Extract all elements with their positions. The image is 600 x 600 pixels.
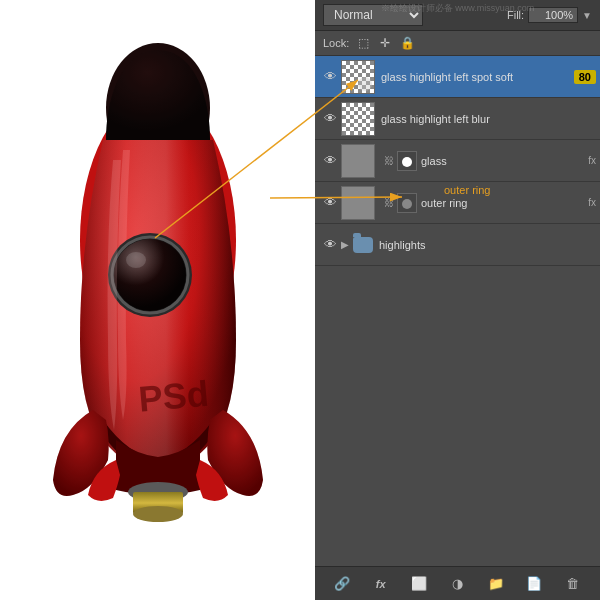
- blend-bar: Normal Fill: ▼: [315, 0, 600, 31]
- layer-row[interactable]: 👁 ⛓ outer ring fx: [315, 182, 600, 224]
- link-icon[interactable]: 🔗: [332, 574, 352, 594]
- layer-thumbnail: [341, 144, 375, 178]
- layer-row[interactable]: 👁 glass highlight left blur: [315, 98, 600, 140]
- layer-mask-thumbnail: [397, 151, 417, 171]
- bottom-toolbar: 🔗 fx ⬜ ◑ 📁 📄 🗑: [315, 566, 600, 600]
- fx-badge: fx: [588, 155, 596, 166]
- canvas-area: PSd: [0, 0, 315, 600]
- svg-point-10: [133, 506, 183, 522]
- eye-icon[interactable]: 👁: [319, 192, 341, 214]
- layer-name: glass highlight left spot soft: [381, 71, 570, 83]
- svg-point-7: [126, 252, 146, 268]
- layer-name: outer ring: [421, 197, 584, 209]
- layers-panel: Normal Fill: ▼ Lock: ⬚ ✛ 🔒 👁 glass highl…: [315, 0, 600, 600]
- layer-row[interactable]: 👁 ▶ highlights: [315, 224, 600, 266]
- trash-icon[interactable]: 🗑: [563, 574, 583, 594]
- lock-bar: Lock: ⬚ ✛ 🔒: [315, 31, 600, 56]
- fill-label: Fill:: [507, 9, 524, 21]
- mask-icon[interactable]: ⬜: [409, 574, 429, 594]
- adjustment-icon[interactable]: ◑: [447, 574, 467, 594]
- new-folder-icon[interactable]: 📁: [486, 574, 506, 594]
- layer-thumbnail: [341, 186, 375, 220]
- chain-icon[interactable]: ⛓: [381, 153, 397, 169]
- fx-icon[interactable]: fx: [371, 574, 391, 594]
- folder-arrow[interactable]: ▶: [341, 239, 349, 250]
- layer-thumbnail: [341, 102, 375, 136]
- layer-name: glass highlight left blur: [381, 113, 596, 125]
- eye-icon[interactable]: 👁: [319, 150, 341, 172]
- blend-mode-select[interactable]: Normal: [323, 4, 423, 26]
- layer-name: highlights: [379, 239, 596, 251]
- layer-mask-thumbnail: [397, 193, 417, 213]
- chain-icon[interactable]: ⛓: [381, 195, 397, 211]
- lock-label: Lock:: [323, 37, 349, 49]
- layer-row[interactable]: 👁 ⛓ glass fx: [315, 140, 600, 182]
- rocket-svg: PSd: [38, 40, 278, 560]
- layer-badge: 80: [574, 70, 596, 84]
- lock-all-icon[interactable]: 🔒: [399, 35, 415, 51]
- fill-input[interactable]: [528, 7, 578, 23]
- lock-move-icon[interactable]: ✛: [377, 35, 393, 51]
- eye-icon[interactable]: 👁: [319, 66, 341, 88]
- eye-icon[interactable]: 👁: [319, 234, 341, 256]
- new-layer-icon[interactable]: 📄: [524, 574, 544, 594]
- folder-icon: [353, 237, 373, 253]
- lock-pixels-icon[interactable]: ⬚: [355, 35, 371, 51]
- layer-name: glass: [421, 155, 584, 167]
- fill-row: Fill: ▼: [507, 7, 592, 23]
- layer-row[interactable]: 👁 glass highlight left spot soft 80: [315, 56, 600, 98]
- svg-point-6: [114, 239, 186, 311]
- fx-badge: fx: [588, 197, 596, 208]
- fill-arrow[interactable]: ▼: [582, 10, 592, 21]
- layers-list: 👁 glass highlight left spot soft 80 👁 gl…: [315, 56, 600, 266]
- svg-text:PSd: PSd: [136, 373, 209, 420]
- layer-thumbnail: [341, 60, 375, 94]
- eye-icon[interactable]: 👁: [319, 108, 341, 130]
